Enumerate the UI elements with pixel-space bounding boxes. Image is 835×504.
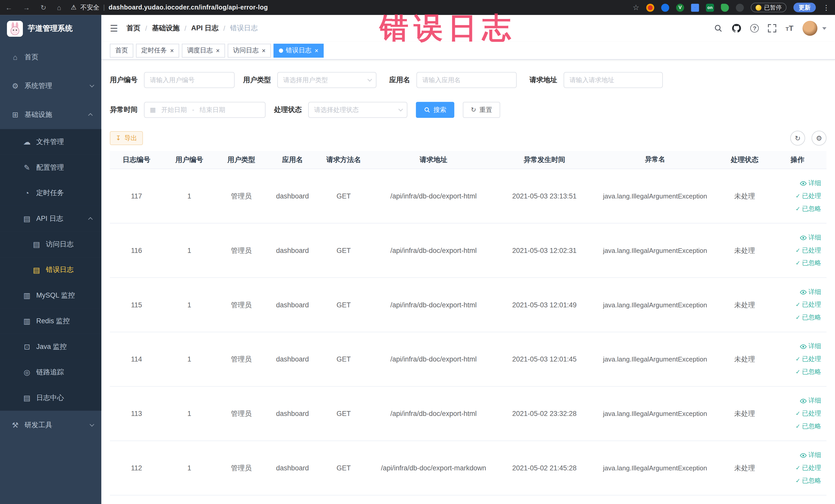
search-button[interactable]: 搜索 bbox=[416, 102, 454, 118]
search-icon[interactable] bbox=[714, 24, 722, 32]
github-icon[interactable] bbox=[732, 23, 741, 33]
export-button[interactable]: ↧ 导出 bbox=[110, 131, 143, 145]
detail-link[interactable]: 详细 bbox=[800, 396, 821, 405]
extension-red-icon[interactable] bbox=[646, 4, 654, 12]
table-header: 日志编号 用户编号 用户类型 应用名 请求方法名 请求地址 异常发生时间 异常名… bbox=[110, 151, 827, 169]
reload-icon[interactable]: ↻ bbox=[41, 4, 46, 12]
extension-on-badge[interactable]: on bbox=[706, 4, 714, 12]
user-type-select[interactable]: 请选择用户类型 bbox=[277, 72, 376, 88]
ignored-link[interactable]: ✓已忽略 bbox=[795, 476, 821, 485]
check-icon: ✓ bbox=[795, 368, 800, 375]
url-text: dashboard.yudao.iocoder.cn/infra/log/api… bbox=[108, 4, 268, 11]
sidebar-item-redis-monitor[interactable]: ▥ Redis 监控 bbox=[0, 308, 101, 334]
sidebar-item-system-management[interactable]: ⚙ 系统管理 bbox=[0, 72, 101, 100]
back-icon[interactable]: ← bbox=[5, 4, 12, 12]
sidebar-item-mysql-monitor[interactable]: ▥ MySQL 监控 bbox=[0, 283, 101, 308]
sidebar-item-file-management[interactable]: ☁ 文件管理 bbox=[0, 129, 101, 155]
tab-label: 错误日志 bbox=[286, 46, 312, 55]
processed-label: 已处理 bbox=[802, 191, 821, 201]
reset-button[interactable]: ↻ 重置 bbox=[463, 102, 500, 118]
tab-label: 定时任务 bbox=[141, 46, 167, 55]
process-status-select[interactable]: 请选择处理状态 bbox=[308, 102, 407, 118]
breadcrumb-api-log[interactable]: API 日志 bbox=[191, 23, 219, 33]
sidebar-item-access-log[interactable]: ▤ 访问日志 bbox=[0, 231, 101, 257]
processed-label: 已处理 bbox=[802, 300, 821, 309]
detail-link[interactable]: 详细 bbox=[800, 450, 821, 460]
ignored-link[interactable]: ✓已忽略 bbox=[795, 259, 821, 267]
close-icon[interactable]: × bbox=[170, 47, 174, 54]
address-bar[interactable]: ⚠ 不安全 | dashboard.yudao.iocoder.cn/infra… bbox=[71, 3, 268, 12]
forward-icon[interactable]: → bbox=[23, 4, 30, 12]
tab-error-log[interactable]: 错误日志 × bbox=[273, 43, 324, 57]
tab-dispatch-log[interactable]: 调度日志 × bbox=[182, 43, 225, 57]
sidebar-toggle-icon[interactable]: ☰ bbox=[110, 23, 118, 34]
processed-link[interactable]: ✓已处理 bbox=[795, 300, 821, 309]
ignored-link[interactable]: ✓已忽略 bbox=[795, 204, 821, 213]
date-range-picker[interactable]: ▦ 开始日期 - 结束日期 bbox=[144, 102, 266, 118]
breadcrumb-infrastructure[interactable]: 基础设施 bbox=[152, 23, 180, 33]
processed-link[interactable]: ✓已处理 bbox=[795, 409, 821, 418]
sidebar-item-home[interactable]: ⌂ 首页 bbox=[0, 43, 101, 72]
sidebar-item-api-log[interactable]: ▤ API 日志 bbox=[0, 206, 101, 231]
sidebar-item-label: 系统管理 bbox=[25, 81, 53, 90]
browser-menu-kebab-icon[interactable]: ⋮ bbox=[823, 4, 830, 12]
sidebar-item-label: 文件管理 bbox=[36, 137, 64, 147]
avatar[interactable] bbox=[802, 21, 817, 36]
app-logo[interactable]: 芋道管理系统 bbox=[0, 15, 101, 43]
fullscreen-icon[interactable] bbox=[768, 24, 776, 32]
close-icon[interactable]: × bbox=[216, 47, 220, 54]
app-name-input[interactable] bbox=[422, 76, 511, 84]
close-icon[interactable]: × bbox=[262, 47, 266, 54]
detail-link[interactable]: 详细 bbox=[800, 342, 821, 351]
detail-link[interactable]: 详细 bbox=[800, 233, 821, 242]
tab-home[interactable]: 首页 bbox=[110, 43, 133, 57]
sidebar-item-java-monitor[interactable]: ⊡ Java 监控 bbox=[0, 334, 101, 360]
tab-access-log[interactable]: 访问日志 × bbox=[228, 43, 271, 57]
monitor-icon: ⊡ bbox=[22, 343, 31, 351]
chevron-down-icon bbox=[89, 83, 94, 87]
detail-link[interactable]: 详细 bbox=[800, 287, 821, 297]
sidebar-item-dev-tools[interactable]: ⚒ 研发工具 bbox=[0, 411, 101, 440]
eye-icon bbox=[800, 344, 807, 349]
cell-log-id: 116 bbox=[110, 246, 163, 255]
extension-paw-icon[interactable] bbox=[736, 4, 744, 12]
processed-link[interactable]: ✓已处理 bbox=[795, 191, 821, 201]
detail-link[interactable]: 详细 bbox=[800, 179, 821, 188]
sidebar-item-error-log[interactable]: ▤ 错误日志 bbox=[0, 257, 101, 283]
home-icon[interactable]: ⌂ bbox=[57, 4, 61, 12]
font-size-icon[interactable]: TT bbox=[786, 24, 793, 32]
extension-blue-icon[interactable] bbox=[661, 4, 669, 12]
processed-link[interactable]: ✓已处理 bbox=[795, 355, 821, 364]
tab-scheduled-jobs[interactable]: 定时任务 × bbox=[136, 43, 179, 57]
extension-green-v-icon[interactable]: V bbox=[676, 4, 684, 12]
sidebar-item-scheduled-jobs[interactable]: ◔ 定时任务 bbox=[0, 180, 101, 206]
extension-grid-icon[interactable] bbox=[691, 4, 699, 12]
ignored-link[interactable]: ✓已忽略 bbox=[795, 422, 821, 431]
check-icon: ✓ bbox=[795, 477, 800, 484]
processed-link[interactable]: ✓已处理 bbox=[795, 463, 821, 472]
help-icon[interactable]: ? bbox=[750, 24, 759, 32]
bookmark-star-icon[interactable]: ☆ bbox=[633, 3, 639, 12]
browser-toolbar-right: ☆ V on 已暂停 更新 ⋮ bbox=[633, 3, 830, 12]
tab-label: 访问日志 bbox=[233, 46, 259, 55]
paused-badge[interactable]: 已暂停 bbox=[751, 3, 787, 12]
active-dot-icon bbox=[279, 48, 283, 53]
chevron-up-icon bbox=[88, 113, 93, 118]
user-id-input[interactable] bbox=[150, 76, 229, 84]
sidebar-item-infrastructure[interactable]: ⊞ 基础设施 bbox=[0, 100, 101, 129]
processed-link[interactable]: ✓已处理 bbox=[795, 246, 821, 255]
ignored-link[interactable]: ✓已忽略 bbox=[795, 313, 821, 322]
sidebar-item-config-management[interactable]: ✎ 配置管理 bbox=[0, 155, 101, 180]
close-icon[interactable]: × bbox=[315, 47, 319, 54]
update-button[interactable]: 更新 bbox=[793, 3, 816, 12]
refresh-table-button[interactable]: ↻ bbox=[790, 131, 805, 146]
cell-user-id: 1 bbox=[163, 192, 216, 200]
extension-leaf-icon[interactable] bbox=[721, 4, 729, 12]
column-settings-button[interactable]: ⚙ bbox=[812, 131, 827, 146]
breadcrumb-home[interactable]: 首页 bbox=[126, 23, 140, 33]
sidebar-item-log-center[interactable]: ▤ 日志中心 bbox=[0, 385, 101, 411]
request-url-input[interactable] bbox=[570, 76, 657, 84]
avatar-caret-icon[interactable] bbox=[822, 27, 827, 29]
sidebar-item-trace[interactable]: ◎ 链路追踪 bbox=[0, 360, 101, 385]
ignored-link[interactable]: ✓已忽略 bbox=[795, 367, 821, 377]
